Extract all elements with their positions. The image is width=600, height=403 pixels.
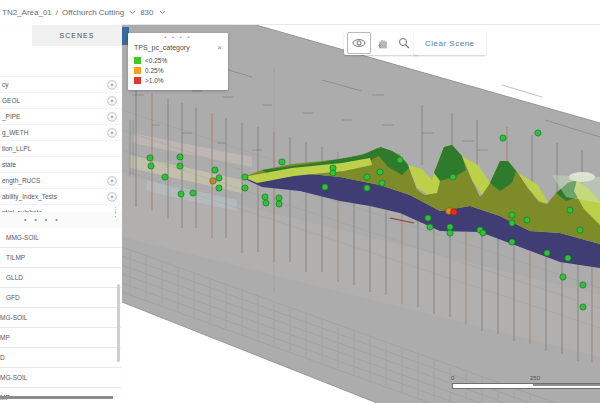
legend-color-chip [134,57,141,64]
material-row[interactable]: TILMP [0,248,121,268]
sample-sphere-green[interactable] [535,130,541,136]
scene-layer-row[interactable]: ability_Index_Tests [0,189,121,205]
legend-entry-label: <0.25% [145,57,167,64]
magnifier-icon [398,37,410,49]
material-row[interactable]: MG-SOIL [0,368,121,388]
top-bar: TN2_Area_01 / Offchurch Cutting 830 [0,0,600,25]
sample-sphere-green[interactable] [262,194,268,200]
material-row[interactable]: D [0,348,121,368]
application-window: TN2_Area_01 / Offchurch Cutting 830 SCEN… [0,0,600,403]
sample-sphere-green[interactable] [567,207,573,213]
vertical-drag-handle-icon[interactable]: ⋮⋮ [112,208,119,216]
sample-sphere-green[interactable] [364,174,370,180]
legend-entry: >1.0% [128,75,228,85]
sample-sphere-green[interactable] [524,217,530,223]
chevron-down-icon[interactable] [129,8,136,17]
orbit-tool-button[interactable] [347,32,371,54]
sidebar-horizontal-scrollbar[interactable] [0,396,113,399]
sidebar: SCENES cyGEOL_PIPEg_WETHtion_LLPLstateen… [0,24,123,403]
scene-layer-row[interactable]: _PIPE [0,109,121,125]
scene-layer-row[interactable]: cy [0,77,121,93]
legend-drag-handle-icon[interactable]: • • • • [128,33,228,42]
sample-sphere-green[interactable] [216,185,222,191]
legend-entry: 0.25% [128,65,228,75]
sample-sphere-green[interactable] [212,167,218,173]
legend-color-chip [134,77,141,84]
scene-layer-row[interactable]: state [0,157,121,173]
sample-sphere-green[interactable] [580,304,586,310]
layer-label: GEOL [2,97,20,104]
sample-sphere-green[interactable] [330,170,336,176]
legend-card[interactable]: • • • • TPS_pc_category × <0.25%0.25%>1.… [128,33,228,90]
sample-sphere-green[interactable] [560,274,566,280]
scene-layer-row[interactable]: tion_LLPL [0,141,121,157]
sample-sphere-green[interactable] [447,230,453,236]
scene-layers-panel: cyGEOL_PIPEg_WETHtion_LLPLstateength_RUC… [0,46,121,213]
materials-panel: MMG-SOILTILMPGLLDGFDMG-SOILMPDMG-SOILMP [0,228,121,403]
panel-divider[interactable]: • • • • ⋮⋮ [0,212,121,228]
material-row[interactable]: MMG-SOIL [0,228,121,248]
material-row[interactable]: MG-SOIL [0,308,121,328]
sidebar-tabstrip: SCENES [0,25,122,46]
sample-sphere-green[interactable] [500,135,506,141]
layer-label: cy [2,81,9,88]
sample-sphere-green[interactable] [177,163,183,169]
breadcrumb-scene[interactable]: Offchurch Cutting [62,8,124,17]
tab-scenes[interactable]: SCENES [32,25,122,46]
material-row[interactable]: GLLD [0,268,121,288]
material-row[interactable]: GFD [0,288,121,308]
sample-sphere-green[interactable] [544,250,550,256]
scene-layer-row[interactable]: ength_RUCS [0,173,121,189]
drag-handle-icon[interactable]: • • • • [24,216,61,223]
breadcrumb: TN2_Area_01 / Offchurch Cutting 830 [0,8,166,17]
sample-sphere-green[interactable] [276,201,282,207]
sample-sphere-green[interactable] [242,174,248,180]
sample-sphere-green[interactable] [263,200,269,206]
clear-scene-button[interactable]: Clear Scene [414,31,486,55]
sample-sphere-green[interactable] [450,174,456,180]
scene-layer-row[interactable]: g_WETH [0,125,121,141]
material-row[interactable]: MP [0,328,121,348]
sample-sphere-green[interactable] [509,239,515,245]
sample-sphere-red[interactable] [451,209,458,216]
sample-sphere-green[interactable] [178,191,184,197]
close-icon[interactable]: × [217,43,222,52]
zoom-tool-button[interactable] [393,33,415,53]
breadcrumb-separator: / [56,8,58,17]
sample-sphere-green[interactable] [147,155,153,161]
sample-sphere-green[interactable] [447,224,453,230]
sample-sphere-green[interactable] [425,215,431,221]
sample-sphere-green[interactable] [580,282,586,288]
sample-sphere-green[interactable] [177,154,183,160]
sample-sphere-green[interactable] [148,163,154,169]
chevron-down-icon[interactable] [159,8,166,17]
sample-sphere-green[interactable] [276,195,282,201]
sample-sphere-tan[interactable] [210,178,216,184]
scale-bar-graphic [452,383,600,389]
sample-sphere-green[interactable] [162,174,168,180]
sample-sphere-green[interactable] [577,227,583,233]
orbit-icon [352,37,366,49]
sample-sphere-green[interactable] [427,224,433,230]
legend-title: TPS_pc_category [134,44,190,51]
scene-layer-row[interactable]: GEOL [0,93,121,109]
breadcrumb-project[interactable]: TN2_Area_01 [2,8,52,17]
sample-sphere-green[interactable] [377,169,383,175]
legend-entry-label: >1.0% [145,77,164,84]
breadcrumb-version[interactable]: 830 [140,8,153,17]
sample-sphere-green[interactable] [509,220,515,226]
sample-sphere-green[interactable] [242,185,248,191]
sample-sphere-green[interactable] [565,255,571,261]
sample-sphere-green[interactable] [509,212,515,218]
sample-sphere-green[interactable] [364,185,370,191]
sample-sphere-green[interactable] [379,180,385,186]
sidebar-vertical-scrollbar[interactable] [117,284,120,362]
pan-tool-button[interactable] [371,33,393,53]
sample-sphere-green[interactable] [190,190,196,196]
sample-sphere-green[interactable] [216,175,222,181]
sample-sphere-green[interactable] [279,159,285,165]
panel-spacer [0,46,121,77]
sample-sphere-green[interactable] [397,157,403,163]
sample-sphere-green[interactable] [480,230,486,236]
sample-sphere-green[interactable] [322,184,328,190]
